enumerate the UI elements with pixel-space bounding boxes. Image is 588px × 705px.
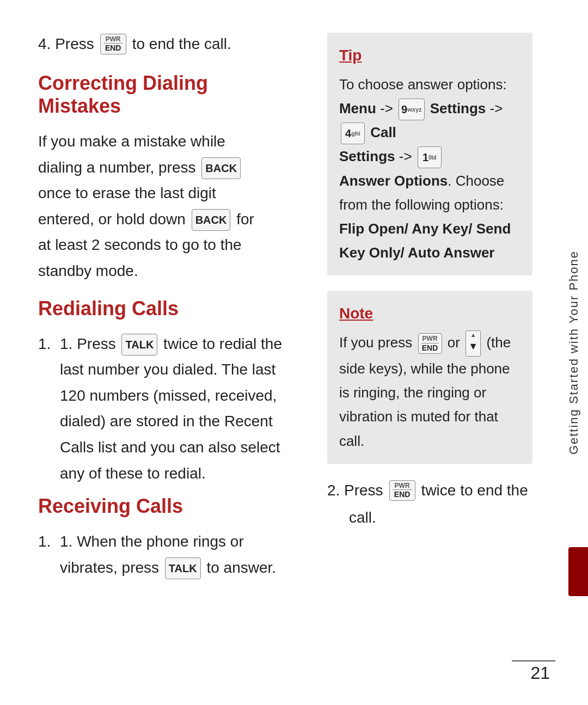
receiving-line1: 1. When the phone rings or xyxy=(60,533,244,550)
step2-middle: twice to end the xyxy=(421,479,528,502)
redialing-prefix: 1. Press xyxy=(60,335,116,352)
back-key-correcting: BACK xyxy=(201,157,241,179)
redialing-num: 1. xyxy=(38,331,60,487)
tip-settings2: Settings xyxy=(339,148,395,164)
side-key-note: ▲ ▼ xyxy=(465,330,481,357)
redialing-middle: twice to redial the xyxy=(163,335,282,352)
correcting-line2: dialing a number, press xyxy=(38,159,196,176)
sidebar-tab xyxy=(568,547,588,596)
tip-arrow3: -> xyxy=(399,148,412,164)
tip-content: To choose answer options: Menu -> 9wxyz … xyxy=(339,72,520,265)
note-content: If you press PWR END or ▲ ▼ (the side ke… xyxy=(339,330,520,453)
step4-suffix: to end the call. xyxy=(132,33,231,56)
note-or: or xyxy=(448,334,460,351)
end-key-bot: END xyxy=(103,43,123,53)
tip-options: Flip Open/ Any Key/ Send Key Only/ Auto … xyxy=(339,220,511,261)
step4-prefix: 4. Press xyxy=(38,33,94,56)
tip-call: Call xyxy=(370,124,396,140)
receiving-title: Receiving Calls xyxy=(38,495,289,518)
receiving-rest: vibrates, press xyxy=(60,559,159,576)
note-label: Note xyxy=(339,302,520,326)
note-box: Note If you press PWR END or ▲ ▼ (the si… xyxy=(327,291,532,463)
left-column: 4. Press PWR END to end the call. Correc… xyxy=(38,33,300,672)
tip-arrow1: -> xyxy=(380,100,393,117)
tip-box: Tip To choose answer options: Menu -> 9w… xyxy=(327,33,532,275)
receiving-suffix: to answer. xyxy=(206,559,276,576)
correcting-line4b: for xyxy=(236,211,254,228)
talk-key: TALK xyxy=(121,334,157,355)
end-key-top: PWR xyxy=(106,35,121,43)
correcting-line5: at least 2 seconds to go to the xyxy=(38,236,242,253)
page-container: 4. Press PWR END to end the call. Correc… xyxy=(0,0,588,705)
key4: 4ghi xyxy=(341,122,365,144)
step4-line: 4. Press PWR END to end the call. xyxy=(38,33,289,56)
step2-prefix: 2. Press xyxy=(327,479,383,502)
correcting-body: If you make a mistake while dialing a nu… xyxy=(38,128,289,284)
main-content: 4. Press PWR END to end the call. Correc… xyxy=(0,0,560,705)
end-key-note: PWR END xyxy=(418,333,442,354)
tip-label: Tip xyxy=(339,44,520,68)
divider-line xyxy=(512,660,555,661)
redialing-rest: last number you dialed. The last 120 num… xyxy=(60,361,280,481)
step2-suffix: call. xyxy=(327,506,376,529)
correcting-line1: If you make a mistake while xyxy=(38,133,225,150)
page-number: 21 xyxy=(530,663,550,683)
end-key-step2: PWR END xyxy=(389,480,415,501)
key9: 9wxyz xyxy=(399,99,424,120)
sidebar-text: Getting Started with Your Phone xyxy=(567,250,581,455)
correcting-line6: standby mode. xyxy=(38,262,138,279)
tip-arrow2: -> xyxy=(490,100,503,117)
note-line1: If you press xyxy=(339,334,412,351)
sidebar: Getting Started with Your Phone xyxy=(560,0,588,705)
tip-settings1: Settings xyxy=(430,100,486,117)
tip-line1: To choose answer options: xyxy=(339,76,507,93)
end-key-step4: PWR END xyxy=(100,34,126,54)
redialing-content: 1. Press TALK twice to redial the last n… xyxy=(60,331,289,487)
key1: 10ld xyxy=(418,146,442,168)
correcting-line4: entered, or hold down xyxy=(38,211,186,228)
step2-line: 2. Press PWR END twice to end the call. xyxy=(327,479,532,529)
tip-menu: Menu xyxy=(339,100,376,117)
redialing-title: Redialing Calls xyxy=(38,297,289,320)
correcting-line3: once to erase the last digit xyxy=(38,185,216,201)
talk-key-receiving: TALK xyxy=(165,557,201,579)
back-key-correcting2: BACK xyxy=(192,209,231,231)
redialing-item1: 1. 1. Press TALK twice to redial the las… xyxy=(38,331,289,487)
receiving-num: 1. xyxy=(38,529,60,580)
receiving-content: 1. When the phone rings or vibrates, pre… xyxy=(60,529,289,580)
right-column: Tip To choose answer options: Menu -> 9w… xyxy=(322,33,532,672)
tip-line3: Answer Options xyxy=(339,173,448,189)
receiving-item1: 1. 1. When the phone rings or vibrates, … xyxy=(38,529,289,580)
correcting-title: Correcting Dialing Mistakes xyxy=(38,72,289,118)
